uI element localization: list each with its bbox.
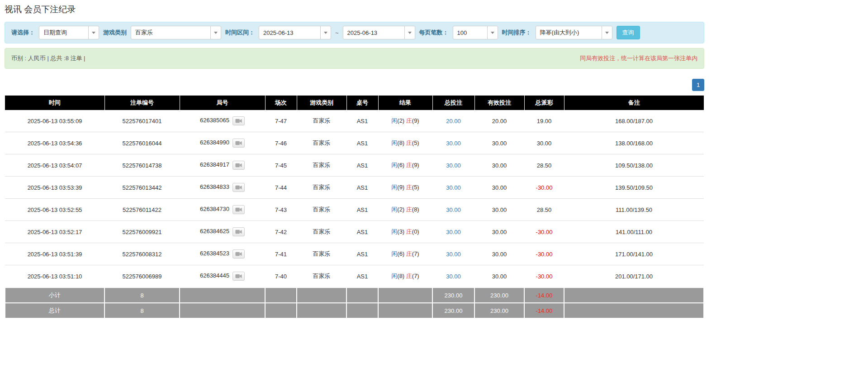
cell-bet-id: 522576014738 (104, 154, 180, 177)
cell-valid-bet: 30.00 (474, 177, 524, 199)
total-bet-link[interactable]: 30.00 (446, 206, 461, 213)
cell-table-no: AS1 (346, 199, 378, 221)
cell-time: 2025-06-13 03:54:36 (5, 132, 104, 154)
cell-game: 百家乐 (297, 177, 346, 199)
cell-result: 闲(6) 庄(9) (378, 154, 432, 177)
cell-valid-bet: 30.00 (474, 132, 524, 154)
replay-video-button[interactable] (232, 183, 245, 192)
summary-total-bet: 230.00 (432, 288, 474, 303)
currency-summary-text: 币别 : 人民币 | 总共 :8 注单 | (11, 54, 85, 62)
pagination: 1 (5, 79, 704, 91)
cell-total-bet: 30.00 (432, 177, 474, 199)
cell-remark: 109.50/138.00 (564, 154, 704, 177)
replay-video-button[interactable] (232, 227, 245, 236)
summary-label: 总计 (5, 303, 104, 318)
camera-icon (235, 207, 242, 212)
page-title: 视讯 会员下注纪录 (5, 4, 704, 15)
date-type-select[interactable]: 日期查询 (39, 26, 99, 39)
cell-session: 7-40 (265, 265, 297, 288)
cell-payout: 30.00 (524, 132, 564, 154)
cell-round: 626384445 (180, 265, 265, 288)
time-range-label: 时间区间： (225, 29, 255, 37)
replay-video-button[interactable] (232, 116, 245, 125)
camera-icon (235, 251, 242, 257)
records-table: 时间 注单编号 局号 场次 游戏类别 桌号 结果 总投注 有效投注 总派彩 备注… (5, 96, 704, 319)
chevron-down-icon (320, 26, 331, 39)
cell-table-no: AS1 (346, 154, 378, 177)
column-header-bet-id: 注单编号 (104, 96, 180, 110)
replay-video-button[interactable] (232, 139, 245, 148)
table-row: 2025-06-13 03:52:17522576009921626384625… (5, 221, 704, 243)
cell-bet-id: 522576006989 (104, 265, 180, 288)
select-label: 请选择： (11, 29, 35, 37)
cell-round: 626385065 (180, 110, 265, 132)
cell-total-bet: 30.00 (432, 243, 474, 265)
summary-count: 8 (104, 288, 180, 303)
total-bet-link[interactable]: 30.00 (446, 229, 461, 235)
page-size-label: 每页笔数： (419, 29, 449, 37)
filter-bar: 请选择： 日期查询 游戏类别 百家乐 时间区间： 2025-06-13 ~ 20… (5, 22, 704, 43)
table-row: 2025-06-13 03:54:36522576016044626384990… (5, 132, 704, 154)
cell-result: 闲(6) 庄(7) (378, 243, 432, 265)
replay-video-button[interactable] (232, 249, 245, 259)
cell-round: 626384625 (180, 221, 265, 243)
replay-video-button[interactable] (232, 205, 245, 214)
sort-order-select[interactable]: 降幂(由大到小) (536, 26, 612, 39)
total-bet-link[interactable]: 30.00 (446, 273, 461, 280)
page-button-1[interactable]: 1 (692, 79, 704, 91)
game-type-select[interactable]: 百家乐 (131, 26, 221, 39)
cell-total-bet: 30.00 (432, 154, 474, 177)
total-bet-link[interactable]: 30.00 (446, 251, 461, 258)
cell-round: 626384833 (180, 177, 265, 199)
cell-time: 2025-06-13 03:51:10 (5, 265, 104, 288)
cell-bet-id: 522576008312 (104, 243, 180, 265)
cell-round: 626384917 (180, 154, 265, 177)
camera-icon (235, 229, 242, 235)
cell-table-no: AS1 (346, 110, 378, 132)
cell-payout: 19.00 (524, 110, 564, 132)
date-to-select[interactable]: 2025-06-13 (343, 26, 415, 39)
cell-payout: 28.50 (524, 154, 564, 177)
camera-icon (235, 185, 242, 190)
total-bet-link[interactable]: 30.00 (446, 184, 461, 191)
camera-icon (235, 118, 242, 124)
date-from-select[interactable]: 2025-06-13 (259, 26, 331, 39)
cell-table-no: AS1 (346, 221, 378, 243)
page-size-select[interactable]: 100 (453, 26, 498, 39)
cell-session: 7-43 (265, 199, 297, 221)
replay-video-button[interactable] (232, 272, 245, 281)
camera-icon (235, 273, 242, 279)
summary-count: 8 (104, 303, 180, 318)
total-bet-link[interactable]: 30.00 (446, 140, 461, 147)
chevron-down-icon (404, 26, 415, 39)
replay-video-button[interactable] (232, 161, 245, 170)
column-header-payout: 总派彩 (524, 96, 564, 110)
column-header-result: 结果 (378, 96, 432, 110)
cell-result: 闲(3) 庄(0) (378, 221, 432, 243)
cell-session: 7-44 (265, 177, 297, 199)
column-header-session: 场次 (265, 96, 297, 110)
cell-remark: 201.00/171.00 (564, 265, 704, 288)
cell-remark: 168.00/187.00 (564, 110, 704, 132)
summary-valid-bet: 230.00 (474, 288, 524, 303)
summary-valid-bet: 230.00 (474, 303, 524, 318)
search-button[interactable]: 查询 (617, 26, 640, 39)
cell-game: 百家乐 (297, 132, 346, 154)
cell-payout: -30.00 (524, 221, 564, 243)
cell-valid-bet: 20.00 (474, 110, 524, 132)
cell-game: 百家乐 (297, 221, 346, 243)
cell-game: 百家乐 (297, 243, 346, 265)
total-bet-link[interactable]: 30.00 (446, 162, 461, 169)
cell-bet-id: 522576013442 (104, 177, 180, 199)
cell-total-bet: 20.00 (432, 110, 474, 132)
table-row: 2025-06-13 03:51:39522576008312626384523… (5, 243, 704, 265)
cell-session: 7-47 (265, 110, 297, 132)
cell-total-bet: 30.00 (432, 265, 474, 288)
cell-table-no: AS1 (346, 243, 378, 265)
total-bet-link[interactable]: 20.00 (446, 118, 461, 125)
game-type-label: 游戏类别 (103, 29, 127, 37)
summary-label: 小计 (5, 288, 104, 303)
chevron-down-icon (210, 26, 221, 39)
column-header-time: 时间 (5, 96, 104, 110)
table-header: 时间 注单编号 局号 场次 游戏类别 桌号 结果 总投注 有效投注 总派彩 备注 (5, 96, 704, 110)
